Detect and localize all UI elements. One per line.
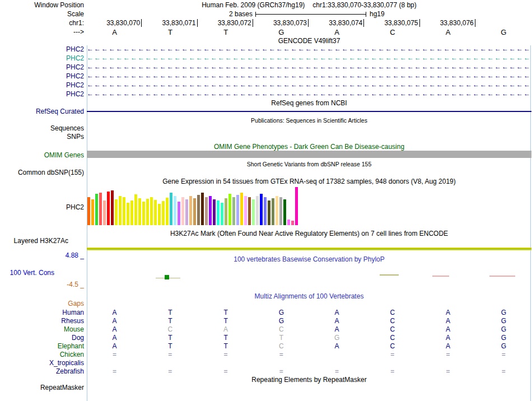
species-label-chicken[interactable]: Chicken bbox=[60, 351, 84, 358]
alignment-base: C bbox=[390, 317, 395, 325]
alignment-base: = bbox=[113, 367, 116, 375]
alignment-base: T bbox=[279, 334, 283, 342]
alignment-base: T bbox=[223, 309, 227, 316]
conservation-mark bbox=[380, 274, 399, 276]
species-label-zebrafish[interactable]: Zebrafish bbox=[56, 367, 84, 375]
alignment-base: = bbox=[113, 351, 116, 358]
gene-label-phc2[interactable]: PHC2 bbox=[66, 81, 84, 89]
sequence-base: A bbox=[334, 28, 339, 36]
gene-arrow-row[interactable]: ←←←←←←←←←←←←←←←←←←←←←←←←←←←←←←←←←←←←←←←←… bbox=[87, 90, 531, 97]
alignment-base: A bbox=[446, 334, 450, 342]
ruler-coordinate: 33,830,073 bbox=[255, 19, 309, 27]
gene-arrow-row[interactable]: ←←←←←←←←←←←←←←←←←←←←←←←←←←←←←←←←←←←←←←←←… bbox=[87, 63, 531, 71]
alignment-base: = bbox=[224, 351, 228, 358]
genome-browser-view: Window Position Scale chr1: ---> Human F… bbox=[0, 0, 532, 401]
species-label-elephant[interactable]: Elephant bbox=[58, 342, 84, 350]
conservation-mark bbox=[432, 276, 449, 277]
alignment-base: A bbox=[113, 325, 117, 333]
conservation-mark bbox=[489, 276, 515, 277]
sequence-base: C bbox=[390, 28, 395, 36]
alignment-base: C bbox=[390, 342, 395, 350]
species-label-mouse[interactable]: Mouse bbox=[64, 325, 84, 333]
alignment-base: = bbox=[168, 367, 172, 375]
gene-arrow-row[interactable]: ←←←←←←←←←←←←←←←←←←←←←←←←←←←←←←←←←←←←←←←←… bbox=[87, 54, 531, 62]
species-label-human[interactable]: Human bbox=[62, 309, 84, 316]
alignment-base: C bbox=[390, 325, 395, 333]
alignment-base: A bbox=[446, 342, 450, 350]
alignment-base: A bbox=[335, 317, 339, 325]
ruler-coordinate: 33,830,075 bbox=[366, 19, 419, 27]
ruler-coordinate: 33,830,076 bbox=[422, 19, 475, 27]
alignment-base: G bbox=[279, 317, 284, 325]
ruler-coordinate: 33,830,070 bbox=[88, 19, 142, 27]
conservation-mark bbox=[165, 275, 169, 279]
alignment-base: G bbox=[501, 317, 506, 325]
species-label-rhesus[interactable]: Rhesus bbox=[61, 317, 84, 325]
sequence-base: A bbox=[446, 28, 451, 36]
alignment-base: = bbox=[168, 351, 172, 358]
alignment-base: = bbox=[446, 351, 450, 358]
alignment-base: = bbox=[390, 367, 394, 375]
alignment-base: T bbox=[168, 342, 172, 350]
species-label-x_tropicalis[interactable]: X_tropicalis bbox=[49, 359, 84, 367]
alignment-base: = bbox=[390, 351, 394, 358]
ruler-coordinate: 33,830,072 bbox=[199, 19, 253, 27]
alignment-base: = bbox=[279, 367, 283, 375]
alignment-base: T bbox=[168, 309, 172, 316]
alignment-base: G bbox=[334, 334, 339, 342]
alignment-base: G bbox=[501, 325, 506, 333]
alignment-base: = bbox=[446, 367, 450, 375]
alignment-base: = bbox=[335, 367, 339, 375]
gene-label-phc2[interactable]: PHC2 bbox=[66, 45, 84, 53]
alignment-base: G bbox=[501, 309, 506, 316]
alignment-base: C bbox=[168, 325, 173, 333]
alignment-base: G bbox=[501, 334, 506, 342]
alignment-base: C bbox=[279, 325, 284, 333]
ruler-coordinate: 33,830,074 bbox=[310, 19, 364, 27]
alignment-base: A bbox=[446, 325, 450, 333]
alignment-base: A bbox=[113, 334, 117, 342]
sequence-base: A bbox=[112, 28, 117, 36]
alignment-base: T bbox=[168, 317, 172, 325]
alignment-base: A bbox=[113, 342, 117, 350]
gene-arrow-row[interactable]: ←←←←←←←←←←←←←←←←←←←←←←←←←←←←←←←←←←←←←←←←… bbox=[87, 45, 531, 53]
alignment-base: = bbox=[224, 367, 228, 375]
gene-label-phc2[interactable]: PHC2 bbox=[66, 63, 84, 71]
sequence-base: G bbox=[501, 28, 506, 36]
alignment-base: A bbox=[446, 317, 450, 325]
gene-arrow-row[interactable]: ←←←←←←←←←←←←←←←←←←←←←←←←←←←←←←←←←←←←←←←←… bbox=[87, 72, 531, 80]
alignment-base: C bbox=[279, 342, 284, 350]
gene-arrow-row[interactable]: ←←←←←←←←←←←←←←←←←←←←←←←←←←←←←←←←←←←←←←←←… bbox=[87, 81, 531, 88]
alignment-base: A bbox=[335, 342, 339, 350]
alignment-base: = bbox=[502, 351, 506, 358]
alignment-base: A bbox=[113, 317, 117, 325]
species-label-dog[interactable]: Dog bbox=[72, 334, 84, 342]
alignment-base: T bbox=[168, 334, 172, 342]
alignment-base: T bbox=[223, 342, 227, 350]
alignment-base: A bbox=[446, 309, 450, 316]
ruler-coordinate: 33,830,071 bbox=[143, 19, 197, 27]
alignment-base: A bbox=[335, 309, 339, 316]
alignment-base: C bbox=[390, 334, 395, 342]
alignment-base: A bbox=[113, 309, 117, 316]
sequence-base: T bbox=[168, 28, 172, 36]
alignment-base: T bbox=[223, 334, 227, 342]
gene-label-phc2[interactable]: PHC2 bbox=[66, 72, 84, 80]
alignment-base: G bbox=[279, 309, 284, 316]
alignment-base: = bbox=[279, 351, 283, 358]
sequence-base: G bbox=[278, 28, 284, 36]
alignment-base: C bbox=[390, 309, 395, 316]
alignment-base: T bbox=[223, 317, 227, 325]
alignment-base: = bbox=[502, 367, 506, 375]
alignment-base: G bbox=[501, 342, 506, 350]
alignment-base: A bbox=[223, 325, 228, 333]
gene-label-phc2[interactable]: PHC2 bbox=[66, 54, 84, 62]
gene-label-phc2[interactable]: PHC2 bbox=[66, 90, 84, 98]
sequence-base: T bbox=[223, 28, 228, 36]
alignment-base: A bbox=[335, 325, 339, 333]
